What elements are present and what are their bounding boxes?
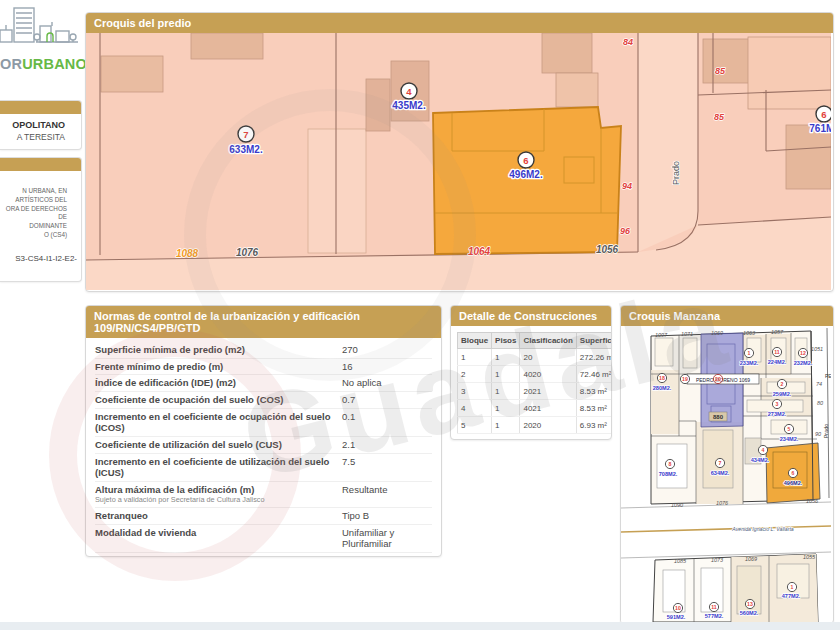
norma-row: Modalidad de viviendaUnifamiliar y Pluri… [95,525,432,553]
norma-value: 270 [342,344,432,356]
street-number: 90 [815,431,822,437]
marker-20: 20 [713,374,722,383]
zoning-code: S3-CS4-I1-I2-E2- [2,240,79,271]
cell: 4 [458,400,492,417]
cell: 1 [458,349,492,366]
col-header-pisos: Pisos [492,333,520,349]
street-number: 80 [817,400,824,406]
construcciones-title: Detalle de Construcciones [451,306,611,326]
cell: 272.26 m² [576,349,612,366]
street-number: 1097 [655,332,668,338]
classification-line: N URBANA, EN [2,187,79,196]
street-prado [638,33,698,252]
street-number: 1069 [711,330,723,336]
cell: 4021 [520,400,576,417]
svg-text:591M2.: 591M2. [667,614,686,620]
cell: 3 [458,383,492,400]
cell: 72.46 m² [576,366,612,383]
street-number: 1056 [596,244,619,255]
svg-text:577M2.: 577M2. [705,613,724,619]
marker-19: 19 [680,374,689,383]
cell: 4020 [520,366,576,383]
norma-value: Resultante [342,484,432,496]
city-skyline-icon [0,4,80,50]
cell: 1 [492,349,520,366]
norma-value: 0.1 [342,411,432,423]
street-label-prado-mini: Prado [823,424,829,439]
croquis-manzana-panel: Croquis Manzana [620,305,834,624]
street-number: 1088 [176,248,199,259]
street-number: 1056 [806,498,819,504]
norma-value: No aplica [342,377,432,389]
norma-row: Incremento en el coeficiente de ocupació… [95,409,432,437]
street-number: 85 [714,112,725,122]
norma-label: Coeficiente de utilización del suelo (CU… [95,439,342,451]
visor-urbano-logo: ORURBANO [0,0,82,72]
table-row: 4140218.53 m² [458,400,613,417]
street-number: 1055 [803,554,816,560]
normas-panel: Normas de control de la urbanización y e… [85,305,442,557]
street-number: 74 [816,381,822,387]
norma-label: Incremento en el coeficiente de ocupació… [95,411,342,434]
svg-text:634M2.: 634M2. [711,470,730,476]
table-row: 21402072.46 m² [458,366,613,383]
bottom-strip [0,622,840,630]
cell: 5 [458,417,492,434]
croquis-predio-title: Croquis del predio [86,13,833,33]
norma-label-text: Altura máxima de la edificación (m) [95,484,342,496]
marker-number: 7 [243,129,248,140]
norma-row: Coeficiente de ocupación del suelo (COS)… [95,392,432,409]
svg-text:2: 2 [781,381,784,387]
classification-line: O (CS4) [2,231,79,240]
cell: 1 [492,383,520,400]
norma-row: Altura máxima de la edificación (m) Suje… [95,482,432,508]
marker-number: 6 [821,109,826,120]
visor-urbano-report-page: ORURBANO OPOLITANO A TERESITA N URBANA, … [0,0,840,630]
norma-value: 0.7 [342,394,432,406]
svg-text:234M2.: 234M2. [780,436,799,442]
norma-note: Sujeto a validación por Secretaría de Cu… [95,496,342,505]
svg-text:1: 1 [791,584,794,590]
logo-wordmark: ORURBANO [0,56,82,72]
svg-text:3: 3 [776,401,779,407]
cell: 1 [492,366,520,383]
cell: 20 [520,349,576,366]
col-header-clasificacion: Clasificación [520,333,576,349]
norma-label: Índice de edificación (IDE) (m2) [95,377,342,389]
svg-text:5: 5 [788,426,791,432]
croquis-predio-map[interactable]: Prado 84 85 85 94 96 1088 1076 1064 1056… [86,33,831,290]
norma-value: Unifamiliar y Plurifamiliar [342,527,432,550]
street-number: 1085 [674,558,687,564]
avenue-label: Avenida Ignacio L. Vallarta [731,526,794,532]
svg-text:12: 12 [800,350,806,356]
logo-text-green: URBANO [22,56,87,72]
svg-text:7: 7 [719,460,722,466]
zone-district: A TERESITA [0,130,81,149]
classification-line: ORA DE DERECHOS DE [2,205,79,222]
parcel-area-label: 496M2. [509,169,543,180]
parcel-area-label: 633M2. [229,144,263,155]
table-header-row: Bloque Pisos Clasificación Superficie [458,333,613,349]
svg-text:259M2.: 259M2. [773,391,792,397]
zone-name: OPOLITANO [0,114,81,130]
logo-text-gray: OR [0,56,22,72]
street-number: 1076 [236,247,259,258]
parcel-area-label: 761M2. [809,123,831,134]
svg-text:224M2.: 224M2. [768,359,787,365]
svg-text:20: 20 [715,376,721,382]
street-number: 96 [620,226,631,236]
norma-value: 30 [342,555,432,557]
svg-text:8: 8 [669,461,672,467]
norma-label: Superficie mínima de predio (m2) [95,344,342,356]
svg-text:496M2.: 496M2. [784,480,803,486]
highlighted-parcel[interactable] [433,107,621,254]
sidebar-card-zone: OPOLITANO A TERESITA [0,100,82,150]
norma-value: 16 [342,361,432,373]
norma-row: Frente ajardinado (%)30 [95,553,432,557]
construcciones-table: Bloque Pisos Clasificación Superficie 11… [457,332,612,434]
col-header-superficie: Superficie [576,333,612,349]
street-number: 94 [622,181,632,191]
col-header-bloque: Bloque [458,333,492,349]
svg-text:233M2.: 233M2. [740,360,759,366]
croquis-manzana-map[interactable]: 880 PEDRO MORENO 1069 [621,326,831,622]
